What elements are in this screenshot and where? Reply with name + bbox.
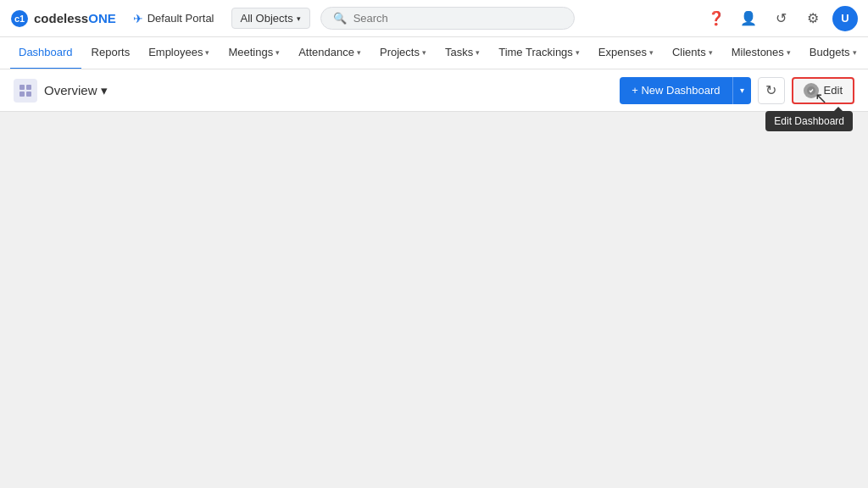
logo-one: ONE	[88, 11, 116, 25]
dashboard-title[interactable]: Overview ▾	[44, 83, 108, 98]
settings-icon: ⚙	[807, 10, 819, 26]
menu-navigation: Dashboard Reports Employees ▾ Meetings ▾…	[0, 37, 868, 69]
nav-item-projects[interactable]: Projects ▾	[371, 37, 435, 69]
nav-item-reports-label: Reports	[92, 46, 131, 58]
edit-dashboard-button[interactable]: Edit ↖ Edit Dashboard	[792, 77, 854, 104]
tasks-arrow-icon: ▾	[476, 48, 480, 57]
nav-item-meetings-label: Meetings	[228, 46, 273, 58]
nav-item-employees-label: Employees	[148, 46, 203, 58]
history-button[interactable]: ↺	[768, 6, 793, 31]
all-objects-button[interactable]: All Objects ▾	[231, 8, 310, 29]
employees-arrow-icon: ▾	[205, 48, 209, 57]
budgets-arrow-icon: ▾	[853, 48, 857, 57]
dashboard-header: Overview ▾ + New Dashboard ▾ ↻	[0, 69, 868, 112]
nav-item-milestones[interactable]: Milestones ▾	[723, 37, 799, 69]
all-objects-label: All Objects	[241, 12, 293, 25]
edit-button-label: Edit	[824, 84, 843, 97]
portal-label: Default Portal	[147, 12, 214, 25]
new-dashboard-main[interactable]: + New Dashboard	[620, 77, 732, 104]
nav-icons: ❓ 👤 ↺ ⚙ U	[704, 6, 858, 31]
nav-item-employees[interactable]: Employees ▾	[140, 37, 218, 69]
nav-item-time-trackings[interactable]: Time Trackings ▾	[490, 37, 588, 69]
expenses-arrow-icon: ▾	[649, 48, 654, 57]
content-area: Overview ▾ + New Dashboard ▾ ↻	[0, 69, 868, 488]
svg-rect-2	[19, 85, 25, 90]
tooltip-text: Edit Dashboard	[774, 115, 844, 127]
logo-text: codelessONE	[34, 11, 116, 25]
refresh-button[interactable]: ↻	[758, 77, 785, 104]
nav-item-attendance-label: Attendance	[298, 46, 354, 58]
nav-item-time-trackings-label: Time Trackings	[498, 46, 573, 58]
nav-item-expenses[interactable]: Expenses ▾	[590, 37, 662, 69]
time-trackings-arrow-icon: ▾	[576, 48, 580, 57]
portal-selector[interactable]: ✈ Default Portal	[126, 8, 221, 29]
users-button[interactable]: 👤	[736, 6, 761, 31]
nav-item-budgets-label: Budgets	[810, 46, 850, 58]
portal-icon: ✈	[133, 12, 143, 25]
user-avatar[interactable]: U	[832, 6, 858, 31]
svg-rect-3	[26, 85, 31, 90]
new-dashboard-arrow-icon[interactable]: ▾	[733, 77, 751, 104]
refresh-icon: ↻	[765, 82, 776, 98]
svg-text:c1: c1	[14, 14, 25, 24]
dashboard-icon	[14, 79, 37, 103]
nav-item-projects-label: Projects	[380, 46, 420, 58]
dashboard-main-area	[0, 112, 868, 488]
nav-item-budgets[interactable]: Budgets ▾	[801, 37, 865, 69]
top-navigation: c1 codelessONE ✈ Default Portal All Obje…	[0, 0, 868, 37]
settings-button[interactable]: ⚙	[800, 6, 826, 31]
svg-rect-4	[19, 92, 25, 97]
dashboard-title-text: Overview	[44, 83, 97, 97]
nav-item-attendance[interactable]: Attendance ▾	[290, 37, 370, 69]
nav-item-milestones-label: Milestones	[732, 46, 784, 58]
nav-item-expenses-label: Expenses	[598, 46, 647, 58]
clients-arrow-icon: ▾	[709, 48, 713, 57]
all-objects-arrow-icon: ▾	[297, 14, 301, 23]
nav-item-reports[interactable]: Reports	[83, 37, 139, 69]
logo-icon: c1	[10, 9, 29, 28]
edit-button-icon	[804, 83, 819, 98]
dashboard-actions: + New Dashboard ▾ ↻ Edit ↖	[620, 77, 854, 104]
help-button[interactable]: ❓	[704, 6, 729, 31]
logo[interactable]: c1 codelessONE	[10, 9, 116, 28]
nav-item-clients-label: Clients	[672, 46, 706, 58]
help-icon: ❓	[708, 10, 725, 26]
nav-item-dashboard[interactable]: Dashboard	[10, 37, 81, 69]
logo-codeless: codeless	[34, 11, 88, 25]
edit-dashboard-tooltip: Edit Dashboard	[765, 111, 853, 131]
nav-item-tasks[interactable]: Tasks ▾	[437, 37, 488, 69]
projects-arrow-icon: ▾	[422, 48, 426, 57]
history-icon: ↺	[776, 10, 787, 26]
search-bar[interactable]: 🔍	[320, 7, 575, 30]
new-dashboard-button[interactable]: + New Dashboard ▾	[620, 77, 750, 104]
dashboard-title-arrow-icon: ▾	[101, 83, 108, 98]
nav-item-meetings[interactable]: Meetings ▾	[220, 37, 288, 69]
svg-rect-5	[26, 92, 31, 97]
nav-item-tasks-label: Tasks	[445, 46, 473, 58]
milestones-arrow-icon: ▾	[787, 48, 791, 57]
meetings-arrow-icon: ▾	[275, 48, 280, 57]
users-icon: 👤	[740, 10, 757, 26]
avatar-initials: U	[841, 12, 849, 25]
search-input[interactable]	[353, 12, 562, 25]
attendance-arrow-icon: ▾	[357, 48, 361, 57]
nav-item-dashboard-label: Dashboard	[19, 46, 73, 58]
nav-item-clients[interactable]: Clients ▾	[664, 37, 721, 69]
search-icon: 🔍	[333, 12, 347, 25]
